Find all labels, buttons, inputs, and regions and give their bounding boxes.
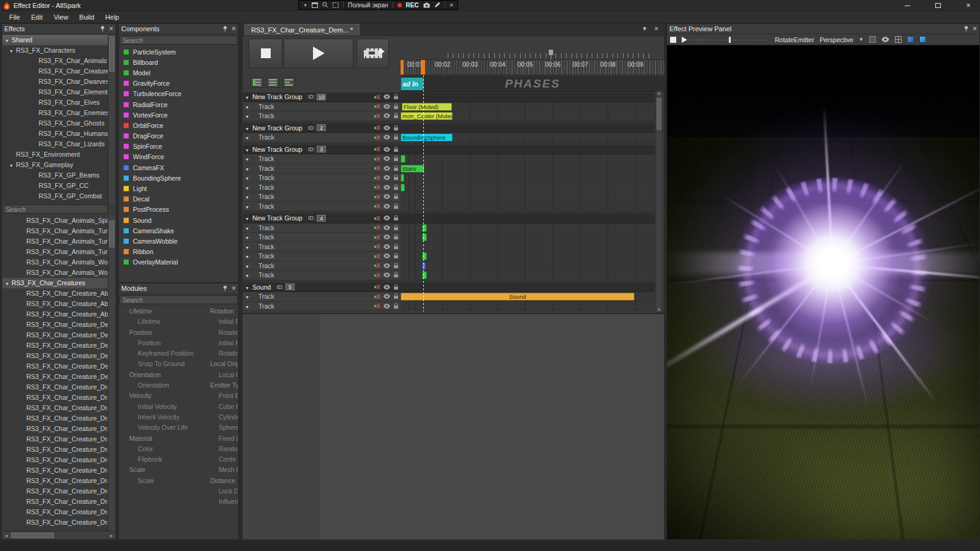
mute-icon[interactable] — [374, 294, 380, 299]
lock-icon[interactable] — [393, 156, 399, 162]
component-item[interactable]: GravityForce — [119, 78, 238, 89]
component-item[interactable]: ParticleSystem — [119, 47, 238, 57]
visibility-eye-icon[interactable] — [383, 135, 390, 140]
expander-icon[interactable] — [245, 252, 251, 260]
track-row[interactable]: Track ID: — [243, 164, 655, 174]
component-item[interactable]: OrbitForce — [119, 120, 238, 130]
track-row[interactable]: Track ID: — [243, 154, 655, 164]
lock-icon[interactable] — [393, 125, 399, 131]
track-lane[interactable] — [401, 223, 655, 233]
track-lane[interactable] — [401, 214, 655, 223]
list-item[interactable]: RS3_FX_Char_Creature_AbyssalV... — [2, 309, 108, 320]
list-item[interactable]: RS3_FX_Char_Animals_Turtle_Bat... — [2, 236, 108, 247]
expander-icon[interactable] — [245, 203, 251, 210]
timeline-clip[interactable]: Sound — [401, 293, 635, 301]
preview-eye-icon[interactable] — [881, 37, 889, 42]
visibility-eye-icon[interactable] — [383, 304, 390, 309]
lock-icon[interactable] — [393, 263, 399, 269]
visibility-eye-icon[interactable] — [383, 147, 390, 152]
component-item[interactable]: Decal — [119, 194, 238, 204]
visibility-eye-icon[interactable] — [383, 272, 390, 277]
list-item[interactable]: RS3_FX_Char_Animals_Wolf_Pre... — [2, 268, 108, 278]
expander-icon[interactable] — [245, 112, 251, 119]
mute-icon[interactable] — [374, 263, 380, 268]
expander-icon[interactable] — [245, 271, 251, 279]
expander-icon[interactable] — [5, 278, 10, 288]
tree-item[interactable]: RS3_FX_Char_Creatures — [2, 66, 108, 77]
tree-item[interactable]: RS3_FX_Char_Elves — [2, 97, 108, 108]
recorder-camera-icon[interactable] — [423, 2, 430, 8]
mute-icon[interactable] — [374, 135, 380, 140]
list-item[interactable]: RS3_FX_Char_Creature_Dragon_... — [2, 392, 108, 403]
loop-start-marker[interactable] — [401, 60, 404, 75]
new-track-button[interactable] — [266, 77, 279, 88]
track-lane[interactable] — [401, 283, 655, 292]
lock-icon[interactable] — [393, 253, 399, 259]
expander-icon[interactable] — [245, 293, 251, 300]
track-lane[interactable] — [401, 271, 655, 280]
document-tab[interactable]: RS3_FX_Char_Creature_Dem... * — [244, 24, 360, 36]
track-row[interactable]: Track ID: — [243, 173, 655, 183]
track-row[interactable]: Track ID: — [243, 242, 655, 252]
list-item[interactable]: RS3_FX_Char_Animals_Turtle_Bu... — [2, 247, 108, 257]
expander-icon[interactable] — [245, 155, 251, 162]
list-item[interactable]: RS3_FX_Char_Creature_Demon_... — [2, 351, 108, 361]
track-lane[interactable]: Stars — [401, 164, 655, 173]
visibility-eye-icon[interactable] — [383, 263, 390, 268]
track-row[interactable]: Track ID: — [243, 252, 655, 261]
mute-icon[interactable] — [374, 272, 380, 278]
recorder-dropdown-icon[interactable]: ▼ — [303, 3, 307, 7]
new-track-group-button[interactable] — [251, 77, 263, 88]
tree-item[interactable]: RS3_FX_Environment — [2, 149, 108, 160]
expander-icon[interactable] — [9, 160, 15, 170]
visibility-eye-icon[interactable] — [383, 94, 390, 99]
timeline-clip[interactable] — [401, 155, 405, 163]
track-row[interactable]: Track ID: — [243, 261, 655, 271]
list-item[interactable]: RS3_FX_Char_Creature_Dragon_... — [2, 434, 108, 444]
visibility-eye-icon[interactable] — [383, 216, 390, 220]
scrollbar-thumb[interactable] — [11, 533, 54, 538]
tree-item[interactable]: RS3_FX_GP_Combat — [2, 191, 108, 201]
scroll-right-icon[interactable]: ▶ — [108, 532, 115, 539]
component-item[interactable]: VortexForce — [119, 110, 238, 120]
visibility-eye-icon[interactable] — [383, 294, 390, 299]
stop-button[interactable] — [249, 39, 282, 68]
timeline-ruler[interactable]: 00:0100:0200:0300:0400:0500:0600:0700:08… — [401, 59, 665, 75]
list-item[interactable]: RS3_FX_Char_Creature_Dragon_... — [2, 455, 108, 465]
preview-viewport[interactable] — [667, 45, 979, 539]
list-item[interactable]: RS3_FX_Char_Creature_Dragon_... — [2, 382, 108, 392]
list-item[interactable]: RS3_FX_Char_Creature_Demon_... — [2, 320, 108, 330]
scrollbar-thumb[interactable] — [109, 36, 115, 72]
lock-icon[interactable] — [393, 165, 399, 171]
track-lane[interactable]: BoundingSphere — [401, 133, 655, 142]
track-lane[interactable] — [401, 183, 655, 192]
pin-icon[interactable] — [963, 26, 969, 32]
close-button[interactable]: × — [960, 1, 976, 10]
list-item[interactable]: RS3_FX_Char_Creature_Dragon_... — [2, 497, 108, 507]
expander-icon[interactable] — [245, 283, 251, 291]
visibility-eye-icon[interactable] — [383, 113, 390, 118]
expander-icon[interactable] — [245, 174, 251, 181]
list-item[interactable]: RS3_FX_Char_Creature_Dragon_... — [2, 424, 108, 434]
tree-item[interactable]: Shared — [2, 35, 108, 45]
track-lane[interactable]: mon_Caster (Muted) — [401, 111, 655, 121]
lock-icon[interactable] — [393, 113, 399, 119]
visibility-eye-icon[interactable] — [383, 126, 390, 130]
component-item[interactable]: RadialForce — [119, 99, 238, 110]
slider-handle[interactable] — [729, 37, 731, 43]
track-row[interactable]: New Track Group ID: 4 — [243, 214, 655, 223]
timeline-clip[interactable]: BoundingSphere — [401, 133, 453, 141]
scrollbar-thumb[interactable] — [109, 220, 115, 247]
tree-item[interactable]: RS3_FX_GP_CC — [2, 181, 108, 191]
mute-icon[interactable] — [374, 165, 380, 171]
mute-icon[interactable] — [374, 184, 380, 190]
recorder-region-icon[interactable] — [333, 2, 339, 8]
track-row[interactable]: Track ID: — [243, 233, 655, 242]
menu-item[interactable]: Edit — [26, 12, 48, 22]
tree-item[interactable]: RS3_FX_Char_Enemies — [2, 108, 108, 118]
chevron-down-icon[interactable]: ▼ — [859, 37, 864, 42]
track-row[interactable]: Track ID: — [243, 271, 655, 280]
menu-item[interactable]: Build — [74, 12, 99, 22]
recorder-mode-label[interactable]: Полный экран — [348, 2, 388, 9]
timeline-scrollbar[interactable]: ▲ ▼ — [655, 90, 663, 313]
